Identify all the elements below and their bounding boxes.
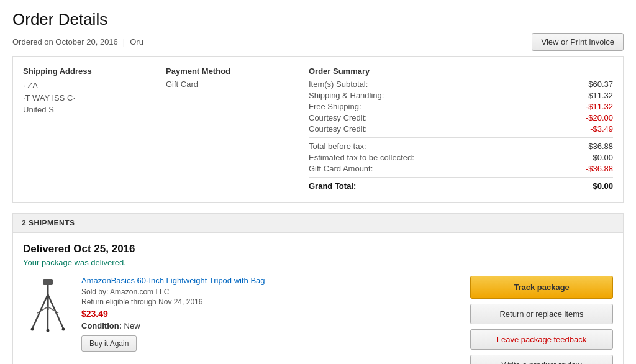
condition-value: New	[124, 321, 140, 330]
delivery-sub: Your package was delivered.	[23, 258, 613, 267]
shipments-section: 2 SHIPMENTS Delivered Oct 25, 2016 Your …	[12, 213, 624, 364]
condition-label: Condition:	[81, 321, 122, 330]
shipping-amount: $11.32	[576, 91, 613, 100]
free-shipping-label: Free Shipping:	[309, 102, 361, 111]
est-tax-amount: $0.00	[576, 153, 613, 162]
svg-point-9	[47, 329, 50, 332]
payment-label: Payment Method	[166, 66, 302, 76]
order-summary-section: Order Summary Item(s) Subtotal: $60.37 S…	[309, 66, 613, 193]
shipping-label-s: Shipping & Handling:	[309, 91, 384, 100]
addr-line-1: · ZA	[23, 80, 160, 92]
shipping-label: Shipping Address	[23, 66, 160, 76]
ordered-on-date: Ordered on October 20, 2016	[12, 37, 118, 47]
shipping-address-section: Shipping Address · ZA ·T WAY ISS C· Unit…	[23, 66, 160, 193]
shipment-inner: AmazonBasics 60-Inch Lightweight Tripod …	[23, 276, 613, 364]
courtesy-credit-label-1: Courtesy Credit:	[309, 113, 367, 122]
est-tax-row: Estimated tax to be collected: $0.00	[309, 153, 613, 162]
subtotal-label: Item(s) Subtotal:	[309, 80, 368, 89]
order-info-box: Shipping Address · ZA ·T WAY ISS C· Unit…	[12, 56, 624, 203]
addr-line-3: United S	[23, 104, 160, 116]
sold-by: Sold by: Amazon.com LLC	[81, 288, 458, 296]
grand-total-label: Grand Total:	[309, 181, 356, 191]
total-before-tax-amount: $36.88	[576, 142, 613, 151]
return-eligible: Return eligible through Nov 24, 2016	[81, 298, 458, 306]
courtesy-credit-amount-2: -$3.49	[576, 124, 613, 134]
svg-point-7	[31, 328, 34, 331]
return-replace-button[interactable]: Return or replace items	[470, 304, 613, 324]
shipments-header: 2 SHIPMENTS	[12, 213, 624, 232]
shipment-left: AmazonBasics 60-Inch Lightweight Tripod …	[23, 276, 458, 352]
svg-point-8	[62, 328, 65, 331]
subtotal-row: Item(s) Subtotal: $60.37	[309, 80, 613, 89]
free-shipping-row: Free Shipping: -$11.32	[309, 102, 613, 111]
svg-rect-0	[43, 279, 53, 285]
shipment-box: Delivered Oct 25, 2016 Your package was …	[12, 232, 624, 364]
meta-separator: |	[123, 37, 125, 47]
product-title-link[interactable]: AmazonBasics 60-Inch Lightweight Tripod …	[81, 276, 458, 285]
order-number: Oru	[130, 37, 143, 47]
view-invoice-button[interactable]: View or Print invoice	[532, 33, 624, 51]
delivery-title: Delivered Oct 25, 2016	[23, 243, 613, 255]
product-details: AmazonBasics 60-Inch Lightweight Tripod …	[81, 276, 458, 352]
courtesy-credit-amount-1: -$20.00	[576, 113, 613, 122]
courtesy-credit-row-2: Courtesy Credit: -$3.49	[309, 124, 613, 134]
free-shipping-amount: -$11.32	[576, 102, 613, 111]
product-row: AmazonBasics 60-Inch Lightweight Tripod …	[23, 276, 458, 352]
gift-card-amount: -$36.88	[576, 164, 613, 173]
product-image	[23, 276, 73, 352]
total-before-tax-row: Total before tax: $36.88	[309, 142, 613, 151]
est-tax-label: Estimated tax to be collected:	[309, 153, 414, 162]
order-summary-label: Order Summary	[309, 66, 613, 76]
tripod-icon	[26, 276, 70, 332]
addr-line-2: ·T WAY ISS C·	[23, 92, 160, 104]
gift-card-label: Gift Card Amount:	[309, 164, 373, 173]
track-package-button[interactable]: Track package	[470, 276, 613, 299]
payment-method-value: Gift Card	[166, 80, 302, 89]
action-buttons: Track package Return or replace items Le…	[470, 276, 613, 364]
courtesy-credit-row-1: Courtesy Credit: -$20.00	[309, 113, 613, 122]
page-title: Order Details	[12, 10, 624, 29]
courtesy-credit-label-2: Courtesy Credit:	[309, 124, 367, 134]
write-review-button[interactable]: Write a product review	[470, 355, 613, 364]
product-price: $23.49	[81, 309, 458, 319]
total-before-tax-label: Total before tax:	[309, 142, 366, 151]
shipping-row: Shipping & Handling: $11.32	[309, 91, 613, 100]
subtotal-amount: $60.37	[576, 80, 613, 89]
gift-card-row: Gift Card Amount: -$36.88	[309, 164, 613, 173]
grand-total-row: Grand Total: $0.00	[309, 181, 613, 191]
product-condition: Condition: New	[81, 321, 458, 330]
leave-feedback-button[interactable]: Leave package feedback	[470, 329, 613, 350]
grand-total-amount: $0.00	[576, 181, 613, 191]
payment-method-section: Payment Method Gift Card	[166, 66, 302, 193]
buy-again-button[interactable]: Buy it Again	[81, 335, 137, 352]
